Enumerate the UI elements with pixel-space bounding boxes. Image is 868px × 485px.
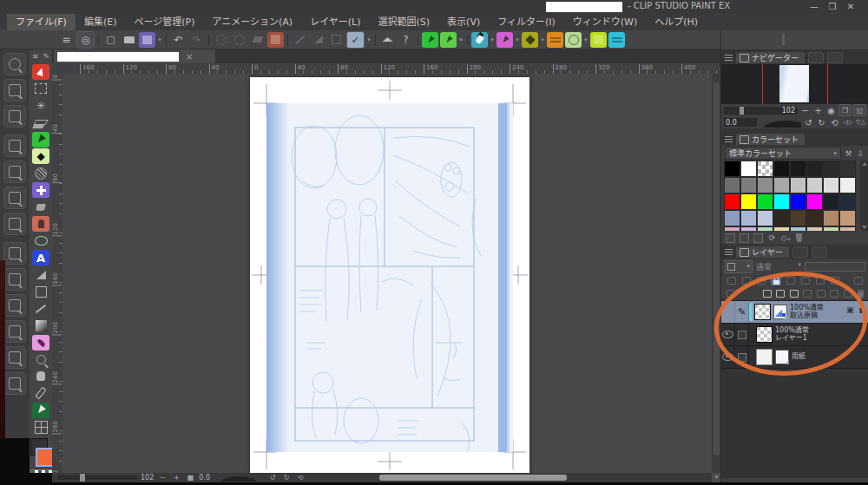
custom-circle-palegreen-icon[interactable]: [565, 32, 582, 48]
color-swatch[interactable]: [724, 210, 740, 226]
layer-visibility-eye-icon[interactable]: [722, 308, 733, 316]
swatch-size-medium-icon[interactable]: [740, 233, 749, 243]
clear-selection-icon[interactable]: [249, 32, 266, 48]
tab-layer-search-icon[interactable]: [812, 246, 827, 258]
layer-opacity-slider[interactable]: [805, 262, 865, 272]
color-swatch[interactable]: [823, 210, 839, 226]
color-swatch[interactable]: [806, 161, 823, 177]
polyline-tool[interactable]: [32, 267, 49, 283]
layer-thumbnail[interactable]: [754, 304, 771, 320]
undo-icon[interactable]: ↶: [170, 32, 187, 48]
color-swatch[interactable]: [740, 226, 757, 231]
open-file-icon[interactable]: [121, 32, 137, 48]
color-swatch[interactable]: [773, 177, 790, 193]
color-swatch[interactable]: [839, 210, 856, 226]
ruler-range-icon[interactable]: [830, 276, 840, 285]
move-tool[interactable]: [32, 182, 49, 198]
pose-panel-icon[interactable]: [3, 320, 26, 343]
tab-navigator[interactable]: ナビゲーター: [736, 52, 805, 63]
document-tab[interactable]: ×: [54, 49, 215, 63]
snap-grid-icon[interactable]: [328, 32, 345, 48]
change-panel-layout-icon[interactable]: [727, 289, 736, 298]
wrench-icon[interactable]: ⚒: [844, 148, 853, 158]
colorset-menu-icon[interactable]: [725, 136, 733, 142]
menu-編集(E)[interactable]: 編集(E): [76, 14, 126, 30]
menu-フィルター(I)[interactable]: フィルター(I): [489, 14, 564, 30]
custom-circle-palegreen-icon-caret[interactable]: ▾: [582, 36, 589, 43]
toolbar-scroll-handle[interactable]: [782, 34, 785, 45]
color-swatch[interactable]: [724, 226, 740, 231]
mask-layer-icon[interactable]: [844, 289, 853, 298]
color-swatch[interactable]: [724, 161, 740, 177]
subtool-detail-panel-icon[interactable]: [3, 161, 26, 183]
layer-property-panel-icon[interactable]: [3, 242, 26, 265]
colorset-preset-select[interactable]: 標準カラーセット ▾: [725, 147, 841, 160]
clip-to-layer-below-icon[interactable]: [727, 276, 737, 285]
layer-palette-color-select[interactable]: ▾: [725, 260, 753, 273]
checkmark-icon[interactable]: ✓: [346, 31, 365, 49]
color-swatch[interactable]: [790, 161, 806, 177]
menu-選択範囲(S)[interactable]: 選択範囲(S): [370, 14, 439, 30]
colorset-scrollbar[interactable]: [860, 161, 868, 231]
text-tool[interactable]: A: [32, 250, 49, 265]
navigator-reset-rotation-icon[interactable]: ⟲: [829, 117, 840, 128]
material-panel-icon[interactable]: [3, 346, 26, 369]
import-colorset-icon[interactable]: ⇩: [856, 148, 865, 158]
set-as-reference-icon[interactable]: [853, 276, 864, 285]
custom-pen-green2-icon-caret[interactable]: ▾: [457, 36, 464, 43]
delete-color-icon[interactable]: [795, 233, 803, 242]
snap-ruler-icon[interactable]: [292, 32, 308, 48]
color-swatch[interactable]: [790, 210, 806, 226]
canvas-page[interactable]: [250, 77, 529, 473]
menu-ウィンドウ(W)[interactable]: ウィンドウ(W): [564, 14, 646, 30]
lock-layer-icon[interactable]: [771, 276, 781, 285]
custom-lines-cyan-icon[interactable]: [608, 32, 625, 48]
color-swatch[interactable]: [839, 193, 856, 210]
custom-pen-green-icon[interactable]: [422, 32, 438, 48]
statusbar-zoom-out-button[interactable]: −: [157, 474, 168, 482]
layer-visibility-eye-icon[interactable]: [722, 353, 733, 361]
menu-ページ管理(P)[interactable]: ページ管理(P): [125, 14, 203, 30]
navigator-zoom-100-icon[interactable]: ◉: [825, 105, 837, 115]
color-swatch[interactable]: [740, 193, 757, 210]
color-swatch[interactable]: [724, 193, 740, 210]
navigator-flip-vertical-icon[interactable]: ▽△: [855, 117, 866, 128]
new-layer-dialog-icon[interactable]: [776, 289, 786, 298]
replace-color-icon[interactable]: ⟳: [767, 233, 777, 243]
reference-layer-icon[interactable]: [741, 276, 752, 285]
vertical-scrollbar-thumb[interactable]: [713, 82, 720, 456]
menu-ヘルプ(H)[interactable]: ヘルプ(H): [646, 14, 707, 30]
color-swatch[interactable]: [823, 226, 839, 231]
tab-layer[interactable]: レイヤー: [736, 246, 789, 258]
custom-diamond-olive-icon-caret[interactable]: ▾: [539, 36, 546, 43]
document-tab-close-icon[interactable]: ×: [186, 52, 193, 62]
menu-レイヤー(L)[interactable]: レイヤー(L): [301, 14, 369, 30]
canvas-viewport[interactable]: [62, 74, 712, 473]
navigator-rotate-right-icon[interactable]: ↻: [816, 117, 827, 128]
decoration-tool[interactable]: [32, 216, 49, 232]
minimize-button[interactable]: —: [808, 1, 820, 12]
layer-row-paper[interactable]: 用紙: [721, 346, 868, 369]
layer-name[interactable]: レイヤー1: [775, 335, 809, 342]
academy-icon[interactable]: [379, 32, 396, 48]
navigator-flip-horizontal-icon[interactable]: ◁▷: [842, 117, 853, 128]
custom-diamond-olive-icon[interactable]: [522, 32, 538, 48]
save-icon-caret[interactable]: ▾: [156, 36, 163, 43]
color-swatch[interactable]: [790, 226, 806, 231]
blend-mode-select[interactable]: 通常 ▾: [756, 261, 801, 272]
layer-row-imported-manuscript[interactable]: ✎ 100%通常 取込原稿 ▣ ◼: [721, 301, 868, 324]
color-swatch[interactable]: [740, 161, 757, 177]
eraser-tool[interactable]: ◆: [32, 148, 49, 164]
custom-square-yellowgreen-icon[interactable]: [590, 32, 607, 48]
reselect-icon[interactable]: [231, 32, 247, 48]
custom-pen-magenta-icon[interactable]: [496, 32, 513, 48]
menu-ファイル(F)[interactable]: ファイル(F): [7, 14, 76, 30]
line-correct-tool[interactable]: [32, 301, 49, 317]
tone-tool[interactable]: [32, 166, 49, 181]
auto-select-tool[interactable]: ✳: [32, 98, 49, 114]
navigator-zoom-in-icon[interactable]: +: [812, 105, 824, 115]
swatch-size-large-icon[interactable]: [753, 233, 763, 243]
layer-name[interactable]: 用紙: [792, 353, 806, 360]
tab-layer-property-icon[interactable]: [792, 246, 808, 258]
figure-tool[interactable]: [32, 284, 49, 299]
